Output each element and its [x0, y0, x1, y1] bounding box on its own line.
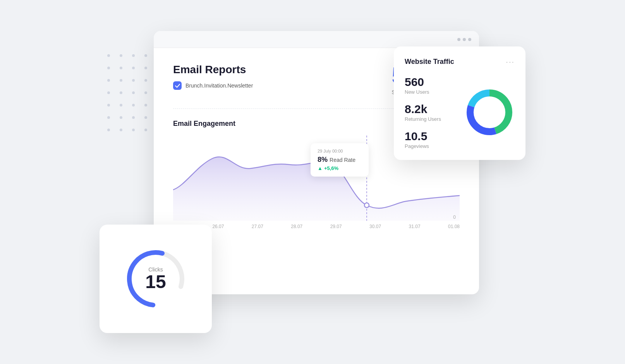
browser-dot — [457, 38, 460, 41]
traffic-content: 560 New Users 8.2k Returning Users 10.5 … — [405, 76, 515, 149]
dot — [120, 129, 122, 131]
returning-users-label: Returning Users — [405, 116, 441, 122]
pageviews-value: 10.5 — [405, 130, 441, 143]
dot — [132, 91, 135, 94]
arrow-up-icon: ▲ — [318, 165, 323, 171]
svg-text:0: 0 — [453, 215, 456, 220]
x-label: 30.07 — [369, 224, 381, 229]
traffic-card: Website Traffic ··· 560 New Users 8.2k R… — [394, 46, 525, 160]
new-users-value: 560 — [405, 76, 441, 88]
traffic-header: Website Traffic ··· — [405, 57, 515, 66]
dot — [107, 129, 110, 131]
tag-label: Brunch.Invitation.Newsletter — [185, 82, 253, 89]
dot — [120, 116, 122, 119]
dot — [132, 116, 135, 119]
traffic-title: Website Traffic — [405, 58, 454, 66]
tag-checkbox — [173, 81, 182, 90]
email-reports-left: Email Reports Brunch.Invitation.Newslett… — [173, 64, 253, 90]
dot — [132, 54, 135, 57]
donut-svg — [464, 87, 515, 137]
browser-topbar — [154, 31, 479, 48]
x-label: 29.07 — [330, 224, 342, 229]
traffic-stat-pageviews: 10.5 Pageviews — [405, 130, 441, 149]
dot — [144, 104, 147, 106]
dot — [120, 67, 122, 69]
x-label: 27.07 — [252, 224, 263, 229]
dot — [107, 116, 110, 119]
tag-row: Brunch.Invitation.Newsletter — [173, 81, 253, 90]
dot — [107, 54, 110, 57]
clicks-gauge: Clicks 15 — [123, 246, 189, 312]
tooltip-change: ▲ +5,6% — [318, 165, 362, 171]
x-label: 26.07 — [212, 224, 224, 229]
traffic-stat-returning-users: 8.2k Returning Users — [405, 103, 441, 122]
dot — [144, 116, 147, 119]
dot — [120, 91, 122, 94]
dot — [144, 129, 147, 131]
tooltip-date: 29 July 00:00 — [318, 149, 362, 153]
traffic-stat-new-users: 560 New Users — [405, 76, 441, 95]
dot — [120, 104, 122, 106]
dot — [132, 67, 135, 69]
clicks-value: 15 — [145, 273, 166, 291]
dot — [132, 104, 135, 106]
dot — [144, 79, 147, 82]
check-icon — [175, 83, 180, 88]
more-options-icon[interactable]: ··· — [506, 57, 515, 66]
dot — [107, 104, 110, 106]
dot — [107, 79, 110, 82]
browser-dots — [457, 38, 471, 41]
email-reports-title: Email Reports — [173, 64, 253, 76]
clicks-card: Clicks 15 — [100, 225, 212, 333]
tooltip-change-value: +5,6% — [324, 165, 338, 171]
dot — [132, 129, 135, 131]
dot — [144, 67, 147, 69]
browser-dot — [463, 38, 466, 41]
dot — [144, 54, 147, 57]
chart-tooltip: 29 July 00:00 8% Read Rate ▲ +5,6% — [311, 143, 369, 177]
x-label: 28.07 — [291, 224, 302, 229]
dot — [132, 79, 135, 82]
returning-users-value: 8.2k — [405, 103, 441, 115]
traffic-stats: 560 New Users 8.2k Returning Users 10.5 … — [405, 76, 441, 149]
scene: Email Reports Brunch.Invitation.Newslett… — [100, 23, 525, 341]
data-point — [364, 203, 369, 208]
dot — [107, 91, 110, 94]
dot — [144, 91, 147, 94]
gauge-text: Clicks 15 — [145, 266, 166, 291]
tooltip-percent: 8% — [318, 156, 328, 163]
x-label: 31.07 — [409, 224, 421, 229]
x-axis-labels: 25.07 26.07 27.07 28.07 29.07 30.07 31.0… — [173, 221, 460, 229]
browser-dot — [468, 38, 471, 41]
donut-chart — [464, 87, 515, 137]
x-label: 01.08 — [448, 224, 460, 229]
dot — [120, 54, 122, 57]
pageviews-label: Pageviews — [405, 143, 441, 149]
tooltip-main: 8% Read Rate — [318, 156, 362, 164]
tooltip-label: Read Rate — [330, 157, 355, 163]
dot — [107, 67, 110, 69]
new-users-label: New Users — [405, 89, 441, 95]
dot — [120, 79, 122, 82]
